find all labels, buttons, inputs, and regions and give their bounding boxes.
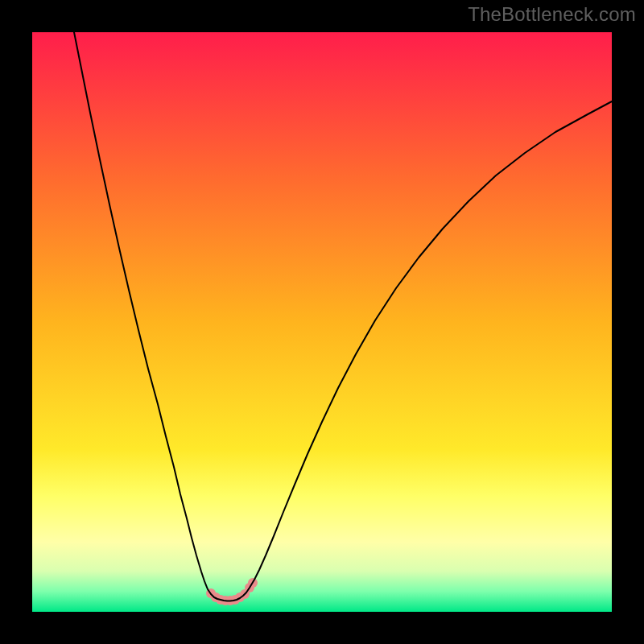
- chart-svg: [32, 32, 612, 612]
- watermark-text: TheBottleneck.com: [468, 3, 636, 26]
- chart-frame: TheBottleneck.com: [0, 0, 644, 644]
- plot-area: [32, 32, 612, 612]
- gradient-background: [32, 32, 612, 612]
